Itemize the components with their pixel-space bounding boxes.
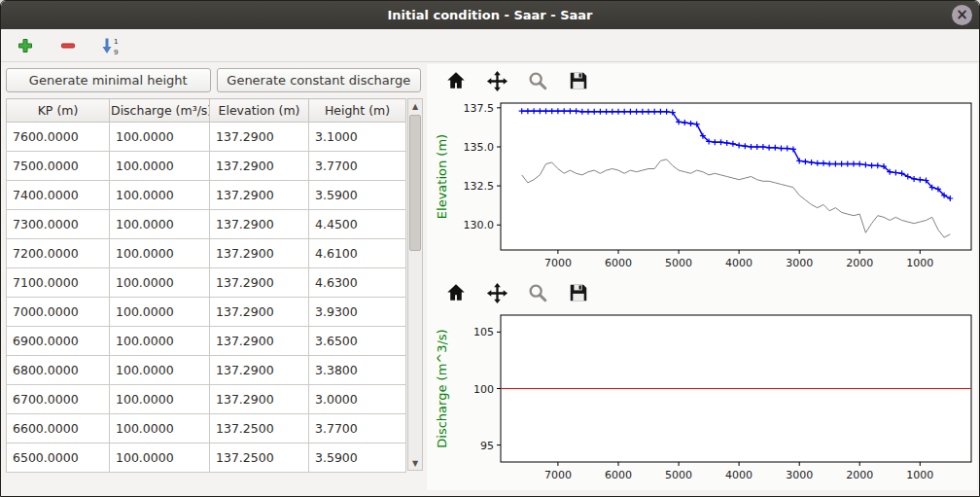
table-row[interactable]: 7000.0000100.0000137.29003.9300: [7, 298, 406, 327]
app-window: Initial condition - Saar - Saar × 1 9: [0, 0, 980, 497]
table-cell[interactable]: 137.2900: [210, 181, 309, 210]
elevation-chart[interactable]: 7000600050004000300020001000130.0132.513…: [431, 95, 977, 276]
table-cell[interactable]: 137.2900: [210, 356, 309, 385]
table-cell[interactable]: 137.2500: [210, 414, 309, 444]
save-button[interactable]: [565, 68, 592, 93]
table-cell[interactable]: 3.9300: [309, 298, 406, 327]
table-cell[interactable]: 3.5900: [309, 444, 406, 473]
table-cell[interactable]: 100.0000: [110, 298, 210, 327]
table-cell[interactable]: 7300.0000: [7, 210, 110, 239]
add-row-button[interactable]: [13, 33, 38, 58]
pan-button[interactable]: [483, 280, 510, 305]
table-cell[interactable]: 100.0000: [110, 444, 210, 473]
x-tick-label: 2000: [846, 257, 873, 269]
zoom-button[interactable]: [524, 280, 551, 305]
table-row[interactable]: 6600.0000100.0000137.25003.7700: [7, 414, 406, 444]
table-row[interactable]: 6500.0000100.0000137.25003.5900: [7, 444, 406, 473]
table-cell[interactable]: 137.2900: [210, 210, 309, 239]
plot-area: [501, 103, 971, 250]
home-icon: [445, 282, 467, 303]
table-cell[interactable]: 137.2500: [210, 444, 309, 473]
table-cell[interactable]: 6900.0000: [7, 327, 110, 356]
table-cell[interactable]: 7000.0000: [7, 298, 110, 327]
table-cell[interactable]: 100.0000: [110, 385, 210, 414]
y-tick-label: 130.0: [464, 219, 495, 231]
column-header[interactable]: Discharge (m³/s): [110, 99, 210, 123]
table-row[interactable]: 7600.0000100.0000137.29003.1000: [7, 123, 406, 152]
table-cell[interactable]: 100.0000: [110, 210, 210, 239]
table-cell[interactable]: 100.0000: [110, 123, 210, 152]
table-cell[interactable]: 100.0000: [110, 181, 210, 210]
table-cell[interactable]: 4.4500: [309, 210, 406, 239]
scroll-track[interactable]: [408, 113, 422, 456]
table-row[interactable]: 7200.0000100.0000137.29004.6100: [7, 239, 406, 268]
table-cell[interactable]: 3.0000: [309, 385, 406, 414]
table-row[interactable]: 7100.0000100.0000137.29004.6300: [7, 268, 406, 298]
scroll-down-arrow[interactable]: ▼: [408, 456, 422, 470]
zoom-button[interactable]: [524, 68, 551, 93]
table-scrollbar[interactable]: ▲ ▼: [407, 98, 423, 471]
scroll-thumb[interactable]: [409, 115, 421, 251]
generate-constant-discharge-button[interactable]: Generate constant discharge: [217, 68, 422, 92]
delete-row-button[interactable]: [55, 33, 81, 58]
table-cell[interactable]: 3.5900: [309, 181, 406, 210]
table-cell[interactable]: 7200.0000: [7, 239, 110, 268]
pan-icon: [486, 282, 508, 304]
table-cell[interactable]: 137.2900: [210, 123, 309, 152]
sort-button[interactable]: 1 9: [98, 33, 123, 58]
column-header[interactable]: KP (m): [7, 99, 110, 123]
table-cell[interactable]: 137.2900: [210, 152, 309, 181]
scroll-up-arrow[interactable]: ▲: [408, 99, 422, 113]
table-cell[interactable]: 4.6300: [309, 268, 406, 298]
table-cell[interactable]: 7600.0000: [7, 123, 110, 152]
pan-button[interactable]: [483, 68, 510, 93]
table-cell[interactable]: 137.2900: [210, 327, 309, 356]
table-cell[interactable]: 100.0000: [110, 414, 210, 444]
table-cell[interactable]: 137.2900: [210, 268, 309, 298]
table-cell[interactable]: 3.7700: [309, 152, 406, 181]
table-row[interactable]: 6800.0000100.0000137.29003.3800: [7, 356, 406, 385]
table-cell[interactable]: 3.7700: [309, 414, 406, 444]
table-cell[interactable]: 100.0000: [110, 239, 210, 268]
home-icon: [445, 70, 467, 91]
table-cell[interactable]: 137.2900: [210, 239, 309, 268]
table-cell[interactable]: 137.2900: [210, 385, 309, 414]
x-tick-label: 5000: [665, 257, 692, 269]
zoom-icon: [527, 282, 548, 303]
table-row[interactable]: 7400.0000100.0000137.29003.5900: [7, 181, 406, 210]
table-cell[interactable]: 6600.0000: [7, 414, 110, 444]
table-cell[interactable]: 100.0000: [110, 268, 210, 298]
table-header-row: KP (m)Discharge (m³/s)Elevation (m)Heigh…: [7, 99, 406, 123]
generate-minimal-height-button[interactable]: Generate minimal height: [6, 68, 211, 92]
initial-condition-panel: Generate minimal height Generate constan…: [1, 62, 425, 496]
table-cell[interactable]: 6800.0000: [7, 356, 110, 385]
table-cell[interactable]: 4.6100: [309, 239, 406, 268]
table-row[interactable]: 7500.0000100.0000137.29003.7700: [7, 152, 406, 181]
table-cell[interactable]: 6500.0000: [7, 444, 110, 473]
add-icon: [18, 38, 33, 53]
save-button[interactable]: [565, 280, 592, 305]
table-row[interactable]: 6900.0000100.0000137.29003.6500: [7, 327, 406, 356]
table-cell[interactable]: 7400.0000: [7, 181, 110, 210]
column-header[interactable]: Elevation (m): [210, 99, 309, 123]
pan-icon: [486, 70, 508, 92]
table-cell[interactable]: 100.0000: [110, 356, 210, 385]
close-button[interactable]: ×: [952, 5, 972, 25]
table-cell[interactable]: 7500.0000: [7, 152, 110, 181]
table-row[interactable]: 7300.0000100.0000137.29004.4500: [7, 210, 406, 239]
table-cell[interactable]: 7100.0000: [7, 268, 110, 298]
x-tick-label: 4000: [725, 257, 752, 269]
table-cell[interactable]: 137.2900: [210, 298, 309, 327]
column-header[interactable]: Height (m): [309, 99, 406, 123]
table-cell[interactable]: 100.0000: [110, 152, 210, 181]
table-cell[interactable]: 6700.0000: [7, 385, 110, 414]
titlebar[interactable]: Initial condition - Saar - Saar ×: [1, 1, 979, 29]
home-button[interactable]: [442, 280, 470, 305]
table-row[interactable]: 6700.0000100.0000137.29003.0000: [7, 385, 406, 414]
table-cell[interactable]: 100.0000: [110, 327, 210, 356]
table-cell[interactable]: 3.3800: [309, 356, 406, 385]
discharge-chart[interactable]: 700060005000400030002000100095100105Disc…: [431, 307, 977, 488]
table-cell[interactable]: 3.1000: [309, 123, 406, 152]
table-cell[interactable]: 3.6500: [309, 327, 406, 356]
home-button[interactable]: [442, 68, 470, 93]
